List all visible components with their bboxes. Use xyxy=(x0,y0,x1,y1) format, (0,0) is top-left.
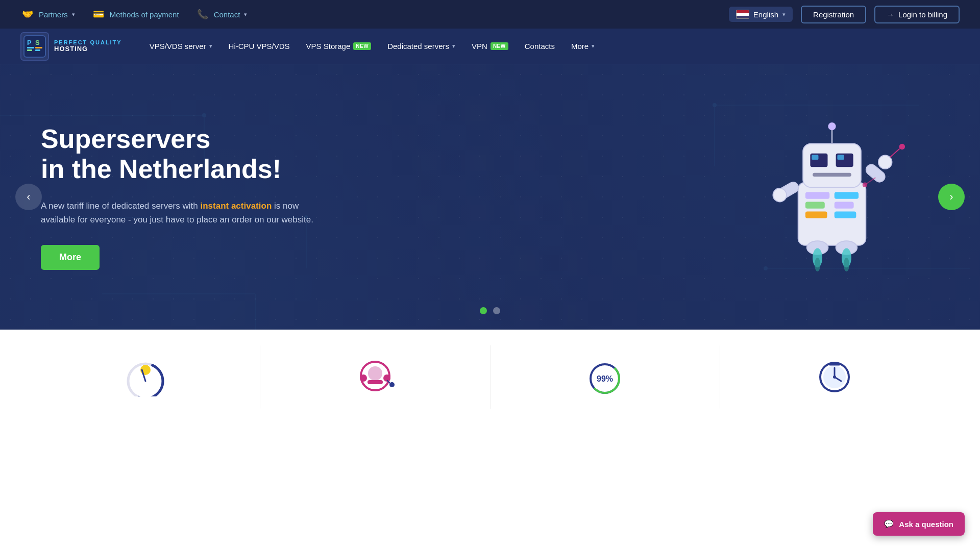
nav-more[interactable]: More ▾ xyxy=(564,38,602,55)
hero-description: A new tariff line of dedicated servers w… xyxy=(41,199,327,227)
svg-rect-32 xyxy=(813,173,851,177)
hero-title: Superservers in the Netherlands! xyxy=(41,124,725,185)
svg-line-48 xyxy=(865,178,875,185)
feature-icon-4 xyxy=(812,356,857,398)
svg-point-55 xyxy=(360,374,367,382)
payment-link[interactable]: 💳 Methods of payment xyxy=(91,7,179,21)
billing-icon: → xyxy=(887,10,894,19)
svg-rect-4 xyxy=(27,49,32,51)
svg-point-34 xyxy=(828,122,836,130)
svg-rect-31 xyxy=(837,155,844,160)
registration-button[interactable]: Registration xyxy=(801,6,866,23)
payment-label: Methods of payment xyxy=(110,10,179,19)
nav-hicpu[interactable]: Hi-CPU VPS/VDS xyxy=(222,38,297,55)
slider-dot-1[interactable] xyxy=(480,307,487,314)
svg-text:99%: 99% xyxy=(597,374,613,383)
svg-rect-30 xyxy=(812,155,818,160)
prev-icon: ‹ xyxy=(27,190,30,204)
svg-rect-26 xyxy=(835,211,856,218)
nav-items: VPS/VDS server ▾ Hi-CPU VPS/VDS VPS Stor… xyxy=(142,38,960,55)
svg-point-58 xyxy=(389,382,395,387)
svg-rect-54 xyxy=(368,380,383,384)
slider-next-button[interactable]: › xyxy=(938,184,965,210)
language-label: English xyxy=(753,10,778,19)
partners-icon: 🤝 xyxy=(20,7,35,21)
contact-icon: 📞 xyxy=(195,7,210,21)
hero-section: Superservers in the Netherlands! A new t… xyxy=(0,64,980,330)
nav-storage[interactable]: VPS Storage NEW xyxy=(299,38,379,55)
contact-chevron: ▾ xyxy=(244,11,247,18)
vpn-badge: NEW xyxy=(491,42,508,50)
svg-point-9 xyxy=(202,113,206,117)
svg-rect-24 xyxy=(835,192,859,199)
svg-point-40 xyxy=(899,144,905,149)
svg-rect-23 xyxy=(805,211,827,218)
contact-link[interactable]: 📞 Contact ▾ xyxy=(195,7,248,21)
nav-hicpu-label: Hi-CPU VPS/VDS xyxy=(229,42,290,51)
svg-rect-22 xyxy=(805,202,825,208)
more-button[interactable]: More xyxy=(41,245,100,270)
nav-dedicated[interactable]: Dedicated servers ▾ xyxy=(380,38,462,55)
main-nav: P S PERFECT QUALITY HOSTING VPS/VDS serv… xyxy=(0,29,980,64)
flag-icon xyxy=(736,10,749,19)
dedicated-chevron: ▾ xyxy=(452,43,455,49)
partners-chevron: ▾ xyxy=(72,11,75,18)
top-bar: 🤝 Partners ▾ 💳 Methods of payment 📞 Cont… xyxy=(0,0,980,29)
slider-prev-button[interactable]: ‹ xyxy=(15,184,42,210)
svg-point-66 xyxy=(833,375,836,379)
vps-chevron: ▾ xyxy=(209,43,212,49)
hero-robot-illustration xyxy=(725,100,939,294)
svg-text:S: S xyxy=(35,39,40,46)
contact-label: Contact xyxy=(214,10,240,19)
svg-rect-21 xyxy=(805,192,829,199)
svg-point-45 xyxy=(815,258,820,271)
hero-content: Superservers in the Netherlands! A new t… xyxy=(41,124,725,270)
svg-point-46 xyxy=(844,258,849,271)
svg-rect-6 xyxy=(35,49,40,51)
logo-icon: P S xyxy=(20,32,49,61)
features-section: 99% xyxy=(0,330,980,424)
top-bar-right: English ▾ Registration → Login to billin… xyxy=(729,6,960,23)
svg-point-38 xyxy=(878,156,892,169)
feature-icon-1 xyxy=(122,356,168,398)
feature-icon-3: 99% xyxy=(582,356,628,398)
svg-point-15 xyxy=(713,103,717,107)
svg-rect-25 xyxy=(835,202,854,208)
nav-dedicated-label: Dedicated servers xyxy=(387,42,449,51)
highlight-text: instant activation xyxy=(200,201,272,211)
svg-text:P: P xyxy=(27,39,32,46)
feature-item-4 xyxy=(720,345,949,409)
nav-more-label: More xyxy=(571,42,589,51)
feature-item-1 xyxy=(31,345,260,409)
language-selector[interactable]: English ▾ xyxy=(729,7,793,22)
logo-line2: HOSTING xyxy=(54,45,122,53)
feature-item-2 xyxy=(260,345,490,409)
more-chevron: ▾ xyxy=(592,43,595,49)
svg-line-39 xyxy=(890,148,900,157)
billing-button[interactable]: → Login to billing xyxy=(874,6,960,23)
nav-vpn[interactable]: VPN NEW xyxy=(464,38,516,55)
lang-chevron: ▾ xyxy=(782,11,786,18)
svg-rect-3 xyxy=(27,47,34,48)
logo[interactable]: P S PERFECT QUALITY HOSTING xyxy=(20,32,122,61)
slider-dot-2[interactable] xyxy=(493,307,500,314)
feature-icon-2 xyxy=(352,356,398,398)
nav-contacts[interactable]: Contacts xyxy=(518,38,562,55)
logo-text: PERFECT QUALITY HOSTING xyxy=(54,39,122,53)
nav-vps-vds-label: VPS/VDS server xyxy=(150,42,206,51)
nav-vps-vds[interactable]: VPS/VDS server ▾ xyxy=(142,38,219,55)
nav-vpn-label: VPN xyxy=(472,42,487,51)
nav-contacts-label: Contacts xyxy=(525,42,555,51)
next-icon: › xyxy=(949,190,953,204)
partners-link[interactable]: 🤝 Partners ▾ xyxy=(20,7,75,21)
svg-rect-5 xyxy=(35,47,42,48)
svg-point-53 xyxy=(368,366,382,381)
svg-point-36 xyxy=(773,188,787,202)
nav-storage-label: VPS Storage xyxy=(306,42,351,51)
top-bar-left: 🤝 Partners ▾ 💳 Methods of payment 📞 Cont… xyxy=(20,7,247,21)
feature-item-3: 99% xyxy=(491,345,720,409)
storage-badge: NEW xyxy=(353,42,371,50)
payment-icon: 💳 xyxy=(91,7,106,21)
slider-dots xyxy=(480,307,500,314)
partners-label: Partners xyxy=(39,10,68,19)
